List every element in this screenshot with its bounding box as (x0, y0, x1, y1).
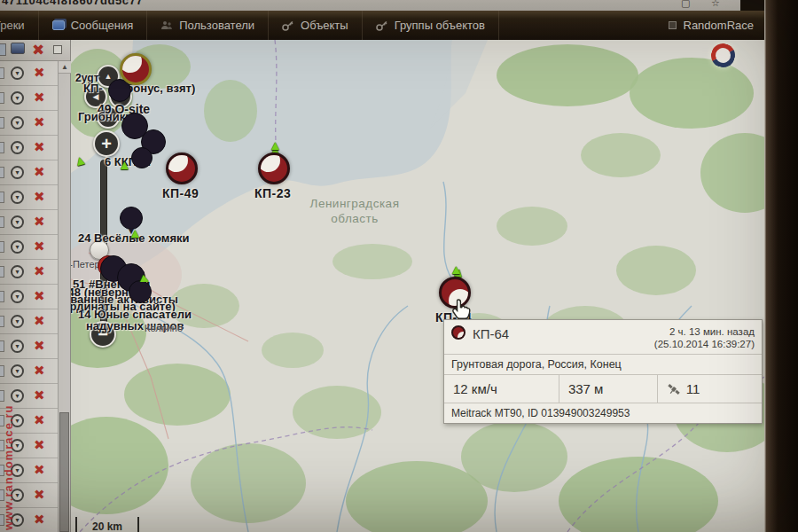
menu-item-object-groups-label: Группы объектов (395, 19, 485, 32)
watch-object-toggle-icon[interactable]: ▾ (11, 66, 24, 80)
remove-object-button[interactable]: ✖ (34, 487, 45, 503)
watermark: www.randomrace.ru (2, 405, 15, 531)
watch-object-toggle-icon[interactable]: ▾ (11, 116, 24, 129)
object-list-row: ▾✖ (0, 260, 59, 285)
remove-object-button[interactable]: ✖ (34, 114, 45, 130)
watch-object-toggle-icon[interactable]: ▾ (11, 364, 24, 378)
remove-object-button[interactable]: ✖ (34, 512, 45, 528)
menu-item-messages[interactable]: Сообщения (39, 11, 148, 40)
checkpoint-label: КП-49 (162, 186, 199, 200)
menu-item-tracks[interactable]: Треки (0, 11, 39, 40)
cropped-checkbox-icon (0, 92, 4, 104)
watch-object-toggle-icon[interactable]: ▾ (11, 240, 24, 254)
map-background (71, 40, 764, 532)
watch-object-toggle-icon[interactable]: ▾ (11, 265, 24, 278)
remove-object-button[interactable]: ✖ (34, 164, 45, 180)
app-menubar: Треки Сообщения Пользователи Объекты Гру… (0, 11, 764, 40)
screen-photo: 471104c4f8f8607dd5c77 ▢ ☆ Треки Сообщени… (0, 0, 798, 532)
remove-object-button[interactable]: ✖ (34, 90, 45, 106)
checkpoint-marker[interactable] (258, 153, 290, 184)
object-list-row: ▾✖ (0, 359, 59, 384)
object-list-row: ▾✖ (0, 334, 59, 359)
object-list-row: ▾✖ (0, 111, 59, 136)
cropped-checkbox-icon (0, 142, 4, 153)
object-list-row: ▾✖ (0, 136, 59, 160)
cropped-checkbox-icon (0, 291, 4, 302)
object-list-row: ▾✖ (0, 185, 59, 210)
sidebar-toolbar: ✖ (0, 40, 70, 61)
watch-object-toggle-icon[interactable]: ▾ (11, 315, 24, 328)
menu-item-messages-label: Сообщения (71, 19, 134, 32)
map-canvas[interactable]: ▲ ◀ ▶ ▼ + − Ленинградская область 2уgтКП… (71, 40, 764, 532)
checkpoint-marker[interactable] (166, 153, 198, 184)
watch-object-toggle-icon[interactable]: ▾ (11, 340, 24, 353)
unit-speed: 12 км/ч (444, 375, 559, 403)
checkpoint-marker[interactable] (120, 53, 152, 85)
checkpoint-label: КП-23 (254, 186, 291, 200)
popout-icon[interactable] (53, 45, 62, 54)
remove-object-button[interactable]: ✖ (34, 139, 45, 155)
team-marker-dark[interactable] (131, 147, 153, 168)
unit-info-popup: КП-64 2 ч. 13 мин. назад (25.10.2014 16:… (443, 319, 763, 424)
object-list-row: ▾✖ (0, 285, 59, 309)
menu-item-users[interactable]: Пользователи (147, 11, 269, 40)
remove-object-button[interactable]: ✖ (34, 288, 45, 304)
unit-marker-icon (451, 325, 466, 340)
cropped-checkbox-icon (0, 241, 4, 253)
cropped-checkbox-icon (0, 192, 4, 203)
watch-object-toggle-icon[interactable]: ▾ (11, 290, 24, 303)
sidebar-scrollbar[interactable]: ▲ (58, 61, 70, 532)
remove-object-button[interactable]: ✖ (34, 189, 45, 205)
menu-item-object-groups[interactable]: Группы объектов (363, 11, 499, 40)
watch-object-toggle-icon[interactable]: ▾ (11, 91, 24, 105)
object-list-row: ▾✖ (0, 61, 59, 86)
remove-object-button[interactable]: ✖ (34, 363, 45, 379)
unit-satellites: 11 (657, 375, 762, 403)
menu-item-objects[interactable]: Объекты (269, 11, 363, 40)
scrollbar-thumb[interactable] (59, 412, 69, 532)
users-icon (160, 20, 173, 30)
zoom-in-button[interactable]: + (93, 130, 120, 157)
cropped-checkbox-icon (0, 117, 4, 129)
messages-icon (52, 20, 65, 30)
unit-altitude: 337 м (559, 375, 657, 403)
watch-object-toggle-icon[interactable]: ▾ (11, 141, 24, 154)
remove-object-button[interactable]: ✖ (34, 412, 45, 428)
delete-all-icon[interactable]: ✖ (32, 41, 44, 59)
direction-arrow-icon: ▲ (118, 160, 131, 170)
remove-object-button[interactable]: ✖ (34, 437, 45, 453)
scroll-up-arrow[interactable]: ▲ (59, 61, 71, 74)
brand-account[interactable]: RandomRace (669, 11, 755, 40)
remove-object-button[interactable]: ✖ (34, 239, 45, 254)
direction-arrow-icon: ▲ (450, 264, 463, 275)
remove-object-button[interactable]: ✖ (34, 338, 45, 354)
remove-object-button[interactable]: ✖ (34, 387, 45, 403)
browser-address-strip: 471104c4f8f8607dd5c77 ▢ ☆ (0, 0, 740, 11)
remove-object-button[interactable]: ✖ (34, 462, 45, 478)
object-list-row: ▾✖ (0, 86, 59, 111)
direction-arrow-icon: ▲ (73, 153, 88, 167)
direction-arrow-icon: ▲ (269, 140, 282, 151)
object-list-row: ▾✖ (0, 160, 59, 185)
object-list-row: ▾✖ (0, 235, 59, 260)
watch-object-toggle-icon[interactable]: ▾ (11, 215, 24, 229)
remove-object-button[interactable]: ✖ (34, 65, 45, 81)
watch-object-toggle-icon[interactable]: ▾ (11, 389, 24, 403)
map-scale-label: 20 km (92, 520, 122, 532)
menu-item-tracks-label: Треки (0, 19, 25, 32)
cropped-checkbox-icon (0, 167, 4, 178)
remove-object-button[interactable]: ✖ (34, 313, 45, 329)
object-list-row: ▾✖ (0, 309, 59, 334)
remove-object-button[interactable]: ✖ (34, 263, 45, 279)
unit-last-update: 2 ч. 13 мин. назад (25.10.2014 16:39:27) (654, 325, 755, 350)
direction-arrow-icon: ▲ (129, 228, 142, 239)
object-list-row: ▾✖ (0, 210, 59, 235)
bookmark-star-icon[interactable]: ☆ (711, 0, 720, 9)
unit-address: Грунтовая дорога, Россия, Конец (444, 354, 762, 374)
watch-object-toggle-icon[interactable]: ▾ (11, 191, 24, 204)
remove-object-button[interactable]: ✖ (34, 214, 45, 230)
monitor-icon[interactable] (11, 43, 25, 54)
map-scale: 20 km (75, 517, 139, 532)
cropped-checkbox-icon (0, 266, 4, 278)
watch-object-toggle-icon[interactable]: ▾ (11, 166, 24, 179)
